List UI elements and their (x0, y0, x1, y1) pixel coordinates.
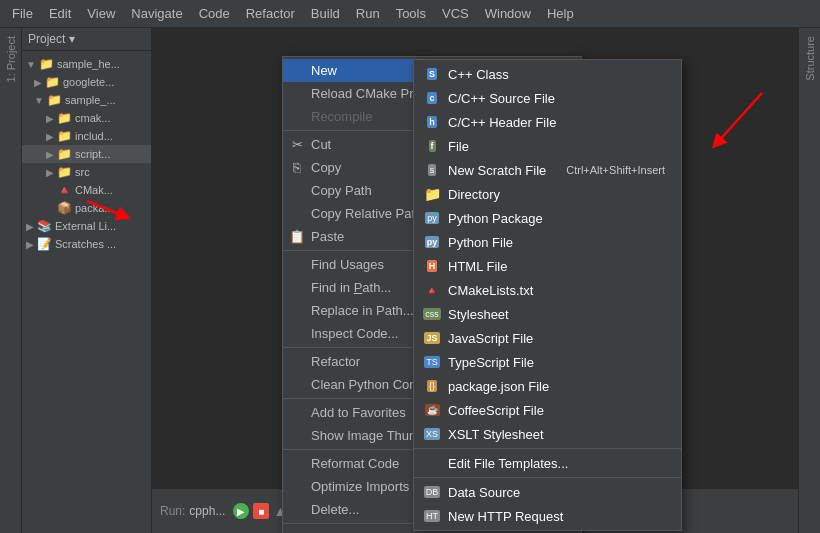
submenu-label: New HTTP Request (448, 509, 563, 524)
project-icon: 📁 (39, 57, 54, 71)
submenu-cpp-header[interactable]: h C/C++ Header File (414, 110, 681, 134)
project-sidebar: Project ▾ ▼ 📁 sample_he... ▶ 📁 googlete.… (22, 28, 152, 533)
project-dropdown[interactable]: Project ▾ (28, 32, 75, 46)
structure-tab[interactable]: Structure (804, 36, 816, 81)
run-controls: Run: cpph... (160, 504, 225, 518)
project-tab[interactable]: 1: Project (5, 36, 17, 82)
submenu-label: Edit File Templates... (448, 456, 568, 471)
menu-window[interactable]: Window (477, 2, 539, 25)
submenu-label: Python Package (448, 211, 543, 226)
submenu-scratch-file[interactable]: s New Scratch File Ctrl+Alt+Shift+Insert (414, 158, 681, 182)
submenu-json[interactable]: {} package.json File (414, 374, 681, 398)
tree-item-cmakelists[interactable]: ▶ 🔺 CMak... (22, 181, 151, 199)
menu-item-label: Cut (311, 137, 331, 152)
sidebar-header[interactable]: Project ▾ (22, 28, 151, 51)
menu-item-label: Find Usages (311, 257, 384, 272)
left-strip: 1: Project (0, 28, 22, 533)
tree-item-cmake-dir[interactable]: ▶ 📁 cmak... (22, 109, 151, 127)
submenu-label: XSLT Stylesheet (448, 427, 544, 442)
tree-item-root[interactable]: ▼ 📁 sample_he... (22, 55, 151, 73)
submenu-label: HTML File (448, 259, 507, 274)
menu-file[interactable]: File (4, 2, 41, 25)
http-icon: HT (422, 508, 442, 524)
menu-edit[interactable]: Edit (41, 2, 79, 25)
menu-item-label: Delete... (311, 502, 359, 517)
tree-item-scratches[interactable]: ▶ 📝 Scratches ... (22, 235, 151, 253)
tree-arrow: ▶ (46, 167, 54, 178)
submenu-label: Stylesheet (448, 307, 509, 322)
tree-item-src[interactable]: ▶ 📁 src (22, 163, 151, 181)
submenu-html-file[interactable]: H HTML File (414, 254, 681, 278)
run-play-button[interactable]: ▶ (233, 503, 249, 519)
submenu-file[interactable]: f File (414, 134, 681, 158)
submenu-label: New Scratch File (448, 163, 546, 178)
menu-item-label: Inspect Code... (311, 326, 398, 341)
menu-navigate[interactable]: Navigate (123, 2, 190, 25)
context-menu-new[interactable]: New ▶ S C++ Class c C/C++ Source File (283, 59, 581, 82)
css-icon: css (422, 306, 442, 322)
submenu-cpp-class[interactable]: S C++ Class (414, 62, 681, 86)
menubar: File Edit View Navigate Code Refactor Bu… (0, 0, 820, 28)
menu-run[interactable]: Run (348, 2, 388, 25)
tree-label: Scratches ... (55, 238, 116, 250)
submenu-http[interactable]: HT New HTTP Request (414, 504, 681, 528)
menu-item-label: Copy (311, 160, 341, 175)
submenu-cmake[interactable]: 🔺 CMakeLists.txt (414, 278, 681, 302)
tree-label: script... (75, 148, 110, 160)
submenu-ts[interactable]: TS TypeScript File (414, 350, 681, 374)
datasource-icon: DB (422, 484, 442, 500)
submenu-separator (414, 448, 681, 449)
submenu-stylesheet[interactable]: css Stylesheet (414, 302, 681, 326)
menu-help[interactable]: Help (539, 2, 582, 25)
tree-item-sample[interactable]: ▼ 📁 sample_... (22, 91, 151, 109)
tree-item-google[interactable]: ▶ 📁 googlete... (22, 73, 151, 91)
menu-item-label: Copy Relative Path (311, 206, 422, 221)
submenu-js[interactable]: JS JavaScript File (414, 326, 681, 350)
scratches-icon: 📝 (37, 237, 52, 251)
run-label: Run: (160, 504, 185, 518)
folder-icon: 📁 (57, 147, 72, 161)
js-icon: JS (422, 330, 442, 346)
tree-arrow: ▶ (46, 113, 54, 124)
cpp-header-icon: h (422, 114, 442, 130)
tree-item-external[interactable]: ▶ 📚 External Li... (22, 217, 151, 235)
submenu-xslt[interactable]: XS XSLT Stylesheet (414, 422, 681, 446)
run-stop-button[interactable]: ■ (253, 503, 269, 519)
tree-arrow: ▼ (26, 59, 36, 70)
submenu-python-file[interactable]: py Python File (414, 230, 681, 254)
submenu-label: C/C++ Header File (448, 115, 556, 130)
menu-vcs[interactable]: VCS (434, 2, 477, 25)
cut-icon: ✂ (289, 137, 305, 152)
tree-label: cmak... (75, 112, 110, 124)
submenu-edit-templates[interactable]: Edit File Templates... (414, 451, 681, 475)
submenu-datasource[interactable]: DB Data Source (414, 480, 681, 504)
tree-item-include[interactable]: ▶ 📁 includ... (22, 127, 151, 145)
tree-label: googlete... (63, 76, 114, 88)
template-icon (422, 455, 442, 471)
menu-build[interactable]: Build (303, 2, 348, 25)
submenu-label: C/C++ Source File (448, 91, 555, 106)
xslt-icon: XS (422, 426, 442, 442)
menu-tools[interactable]: Tools (388, 2, 434, 25)
tree-arrow: ▶ (26, 239, 34, 250)
submenu-coffee[interactable]: ☕ CoffeeScript File (414, 398, 681, 422)
paste-icon: 📋 (289, 229, 305, 244)
submenu-label: JavaScript File (448, 331, 533, 346)
right-strip: Structure (798, 28, 820, 533)
folder-icon: 📁 (47, 93, 62, 107)
menu-code[interactable]: Code (191, 2, 238, 25)
submenu-label: TypeScript File (448, 355, 534, 370)
menu-item-label: Copy Path (311, 183, 372, 198)
submenu-cpp-source[interactable]: c C/C++ Source File (414, 86, 681, 110)
svg-line-3 (717, 93, 762, 143)
menu-view[interactable]: View (79, 2, 123, 25)
menu-item-label: Recompile (311, 109, 372, 124)
tree-label: src (75, 166, 90, 178)
submenu-directory[interactable]: 📁 Directory (414, 182, 681, 206)
menu-refactor[interactable]: Refactor (238, 2, 303, 25)
coffee-icon: ☕ (422, 402, 442, 418)
tree-item-package[interactable]: ▶ 📦 packa... (22, 199, 151, 217)
new-submenu: S C++ Class c C/C++ Source File h C/C++ … (413, 59, 682, 531)
submenu-python-package[interactable]: py Python Package (414, 206, 681, 230)
tree-item-scripts[interactable]: ▶ 📁 script... (22, 145, 151, 163)
